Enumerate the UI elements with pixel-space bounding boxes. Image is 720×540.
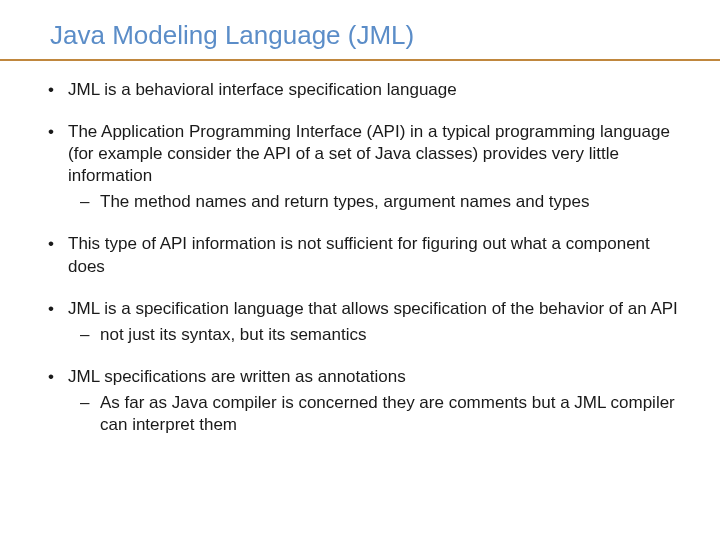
bullet-list: JML is a behavioral interface specificat… — [40, 79, 680, 436]
sub-list: The method names and return types, argum… — [68, 191, 680, 213]
bullet-item: JML specifications are written as annota… — [40, 366, 680, 436]
sub-bullet-text: As far as Java compiler is concerned the… — [100, 393, 675, 434]
title-divider — [0, 59, 720, 61]
bullet-text: JML specifications are written as annota… — [68, 367, 406, 386]
bullet-text: This type of API information is not suff… — [68, 234, 650, 275]
bullet-item: JML is a specification language that all… — [40, 298, 680, 346]
sub-list: not just its syntax, but its semantics — [68, 324, 680, 346]
sub-bullet-text: not just its syntax, but its semantics — [100, 325, 366, 344]
bullet-text: JML is a specification language that all… — [68, 299, 678, 318]
bullet-item: This type of API information is not suff… — [40, 233, 680, 277]
bullet-item: JML is a behavioral interface specificat… — [40, 79, 680, 101]
sub-bullet-text: The method names and return types, argum… — [100, 192, 590, 211]
sub-list: As far as Java compiler is concerned the… — [68, 392, 680, 436]
sub-bullet-item: not just its syntax, but its semantics — [68, 324, 680, 346]
slide-content: JML is a behavioral interface specificat… — [0, 79, 720, 436]
slide-title: Java Modeling Language (JML) — [0, 20, 720, 59]
slide: Java Modeling Language (JML) JML is a be… — [0, 0, 720, 540]
bullet-text: The Application Programming Interface (A… — [68, 122, 670, 185]
bullet-item: The Application Programming Interface (A… — [40, 121, 680, 213]
sub-bullet-item: The method names and return types, argum… — [68, 191, 680, 213]
sub-bullet-item: As far as Java compiler is concerned the… — [68, 392, 680, 436]
bullet-text: JML is a behavioral interface specificat… — [68, 80, 457, 99]
